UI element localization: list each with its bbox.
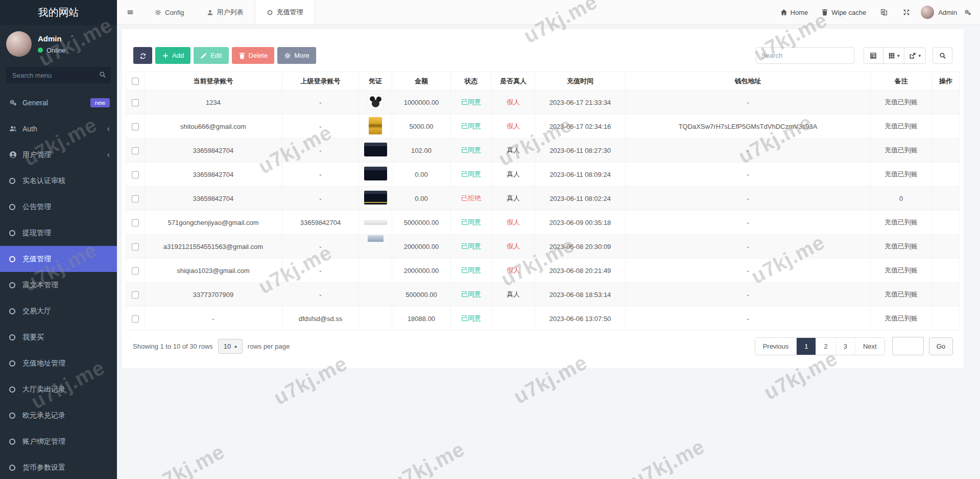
sidebar-item-General[interactable]: Generalnew — [0, 89, 117, 116]
sidebar-item-提现管理[interactable]: 提现管理 — [0, 220, 117, 246]
cell-remark: 充值已到账 — [871, 211, 932, 235]
home-icon — [780, 9, 787, 16]
page-button-3[interactable]: 3 — [835, 338, 855, 355]
cell-is-real: 真人 — [492, 187, 535, 211]
row-select-cell — [126, 235, 145, 259]
cell-action — [932, 259, 960, 283]
panel-card: Add Edit Delete More — [122, 29, 964, 368]
language-button[interactable] — [873, 0, 895, 25]
pagination-bar: Showing 1 to 10 of 30 rows 10 ▴ rows per… — [126, 331, 960, 355]
cell-time: 2023-06-08 20:21:49 — [535, 259, 626, 283]
go-button[interactable]: Go — [929, 337, 953, 355]
row-checkbox[interactable] — [132, 267, 139, 275]
sidebar-item-充值地址管理[interactable]: 充值地址管理 — [0, 350, 117, 376]
page-jump-input[interactable] — [892, 337, 924, 355]
sidebar-item-用户管理[interactable]: 用户管理‹ — [0, 142, 117, 168]
cell-wallet: - — [626, 235, 871, 259]
cell-action — [932, 187, 960, 211]
row-checkbox[interactable] — [132, 99, 139, 106]
user-status-label: Online — [46, 47, 66, 54]
table-search-input[interactable] — [756, 47, 854, 64]
cell-account: 33659842704 — [145, 163, 282, 187]
real-person-tag: 假人 — [507, 266, 520, 274]
status-badge: 已同意 — [461, 146, 481, 154]
voucher-image[interactable] — [369, 117, 382, 134]
row-checkbox[interactable] — [132, 291, 139, 299]
columns-button[interactable]: ▾ — [883, 48, 905, 63]
wipe-cache-link[interactable]: Wipe cache — [815, 0, 873, 25]
row-checkbox[interactable] — [132, 219, 139, 226]
tab-充值管理[interactable]: 充值管理 — [255, 0, 315, 25]
sidebar-search-input[interactable] — [6, 67, 111, 83]
cell-wallet: - — [626, 211, 871, 235]
sidebar-item-公告管理[interactable]: 公告管理 — [0, 194, 117, 220]
sidebar-item-欧元承兑记录[interactable]: 欧元承兑记录 — [0, 402, 117, 428]
cell-wallet: - — [626, 139, 871, 163]
sidebar-item-富文本管理[interactable]: 富文本管理 — [0, 272, 117, 298]
sidebar-item-我要买[interactable]: 我要买 — [0, 324, 117, 350]
cell-status: 已同意 — [451, 307, 492, 331]
voucher-image[interactable] — [364, 191, 387, 204]
tab-用户列表[interactable]: 用户列表 — [196, 0, 255, 25]
row-checkbox[interactable] — [132, 123, 139, 130]
home-link[interactable]: Home — [774, 0, 815, 25]
fullscreen-button[interactable] — [895, 0, 918, 25]
cell-status: 已同意 — [451, 90, 492, 115]
sidebar-item-交易大厅[interactable]: 交易大厅 — [0, 298, 117, 324]
sidebar-item-充值管理[interactable]: 充值管理 — [0, 246, 117, 272]
sidebar-item-货币参数设置[interactable]: 货币参数设置 — [0, 454, 117, 479]
delete-button[interactable]: Delete — [232, 47, 275, 64]
avatar[interactable] — [6, 31, 32, 57]
cell-parent: - — [282, 163, 359, 187]
row-checkbox[interactable] — [132, 147, 139, 154]
sidebar-item-label: 充值管理 — [22, 255, 51, 264]
add-button[interactable]: Add — [155, 47, 190, 64]
edit-button[interactable]: Edit — [194, 47, 228, 64]
refresh-button[interactable] — [133, 47, 152, 64]
row-checkbox[interactable] — [132, 243, 139, 250]
more-button[interactable]: More — [277, 47, 316, 64]
next-page-button[interactable]: Next — [855, 338, 885, 355]
sidebar-item-实名认证审核[interactable]: 实名认证审核 — [0, 168, 117, 194]
gear-icon — [284, 52, 291, 59]
row-select-cell — [126, 259, 145, 283]
page-button-1[interactable]: 1 — [796, 338, 816, 355]
circle-icon — [9, 230, 22, 236]
sidebar-toggle-button[interactable] — [117, 0, 144, 25]
sidebar-item-账户绑定管理[interactable]: 账户绑定管理 — [0, 428, 117, 454]
settings-button[interactable] — [962, 0, 973, 25]
status-badge: 已同意 — [461, 314, 481, 322]
page-button-2[interactable]: 2 — [816, 338, 835, 355]
sidebar-item-Auth[interactable]: Auth‹ — [0, 116, 117, 142]
voucher-image[interactable] — [368, 235, 384, 242]
voucher-image[interactable] — [364, 220, 387, 225]
admin-menu[interactable]: Admin — [938, 9, 962, 16]
tab-Config[interactable]: Config — [144, 0, 196, 25]
export-button[interactable]: ▾ — [904, 48, 925, 63]
cell-wallet: - — [626, 187, 871, 211]
row-select-cell — [126, 163, 145, 187]
previous-page-button[interactable]: Previous — [755, 338, 797, 355]
row-checkbox[interactable] — [132, 315, 139, 323]
table-row: shiqiao1023@gmail.com-2000000.00已同意假人202… — [126, 259, 960, 283]
select-all-checkbox[interactable] — [132, 78, 139, 85]
row-checkbox[interactable] — [132, 171, 139, 178]
voucher-image[interactable] — [368, 94, 384, 109]
cell-voucher — [359, 90, 392, 115]
circle-icon — [267, 9, 273, 16]
user-circle-icon — [9, 151, 22, 158]
row-select-cell — [126, 211, 145, 235]
sidebar-item-大厅卖出记录[interactable]: 大厅卖出记录 — [0, 376, 117, 402]
select-all-cell — [126, 72, 145, 90]
topbar-avatar[interactable] — [921, 6, 934, 19]
row-checkbox[interactable] — [132, 195, 139, 202]
cell-parent: - — [282, 115, 359, 139]
advanced-search-button[interactable] — [933, 47, 952, 64]
voucher-image[interactable] — [364, 143, 387, 156]
cell-action — [932, 90, 960, 115]
table-header-row: 当前登录账号上级登录账号凭证金额状态是否真人充值时间钱包地址备注操作 — [126, 72, 960, 90]
voucher-image[interactable] — [364, 167, 387, 180]
toggle-view-button[interactable] — [864, 48, 883, 63]
page-size-dropdown[interactable]: 10 ▴ — [218, 339, 243, 354]
status-badge: 已同意 — [461, 242, 481, 250]
